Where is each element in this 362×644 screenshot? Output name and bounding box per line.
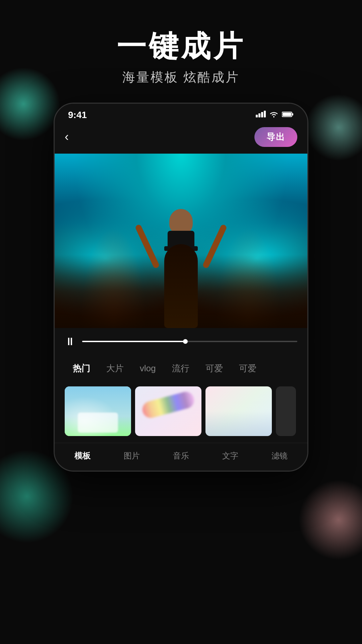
status-time: 9:41 bbox=[68, 110, 87, 120]
tab-hot[interactable]: 热门 bbox=[65, 360, 98, 377]
nav-text[interactable]: 文字 bbox=[216, 448, 245, 463]
back-button[interactable]: ‹ bbox=[65, 130, 69, 144]
video-area bbox=[55, 154, 307, 328]
tab-cute2[interactable]: 可爱 bbox=[231, 360, 264, 377]
tab-vlog[interactable]: vlog bbox=[132, 361, 164, 376]
nav-bar: ‹ 导出 bbox=[55, 124, 307, 154]
tab-popular[interactable]: 流行 bbox=[164, 360, 197, 377]
signal-icon bbox=[256, 111, 266, 119]
phone-wrapper: 9:41 bbox=[0, 103, 362, 472]
progress-fill bbox=[82, 341, 185, 342]
person-figure bbox=[151, 201, 211, 328]
pause-button[interactable]: ⏸ bbox=[65, 335, 75, 348]
thumbnails-row bbox=[55, 383, 307, 443]
person-head bbox=[169, 209, 193, 234]
thumb-1-overlay bbox=[78, 413, 118, 433]
template-thumb-1[interactable] bbox=[65, 386, 131, 436]
export-button[interactable]: 导出 bbox=[254, 127, 297, 147]
battery-icon bbox=[282, 111, 294, 119]
svg-rect-2 bbox=[261, 112, 263, 117]
bottom-nav: 模板 图片 音乐 文字 滤镜 bbox=[55, 443, 307, 471]
template-thumb-2[interactable] bbox=[135, 386, 201, 436]
nav-music[interactable]: 音乐 bbox=[166, 448, 196, 463]
promo-section: 一键成片 海量模板 炫酷成片 bbox=[0, 0, 362, 103]
svg-rect-3 bbox=[264, 111, 266, 117]
status-icons bbox=[256, 111, 294, 119]
tab-film[interactable]: 大片 bbox=[98, 360, 132, 377]
progress-thumb bbox=[183, 339, 188, 344]
bg-decoration-br bbox=[298, 480, 362, 560]
thumb-2-rainbow bbox=[140, 390, 196, 420]
promo-title: 一键成片 bbox=[0, 30, 362, 63]
promo-subtitle: 海量模板 炫酷成片 bbox=[0, 69, 362, 86]
nav-filter[interactable]: 滤镜 bbox=[265, 448, 294, 463]
person-body bbox=[164, 244, 198, 328]
status-bar: 9:41 bbox=[55, 104, 307, 124]
category-tabs: 热门 大片 vlog 流行 可爱 可爱 bbox=[55, 355, 307, 383]
template-thumb-3[interactable] bbox=[205, 386, 272, 436]
svg-rect-5 bbox=[292, 113, 293, 115]
phone-frame: 9:41 bbox=[54, 103, 308, 472]
svg-rect-1 bbox=[258, 113, 260, 117]
template-thumb-partial bbox=[276, 386, 296, 436]
tab-cute1[interactable]: 可爱 bbox=[197, 360, 231, 377]
playback-bar: ⏸ bbox=[55, 328, 307, 355]
thumb-3-horizon bbox=[205, 411, 272, 436]
svg-rect-6 bbox=[283, 113, 291, 116]
svg-rect-0 bbox=[256, 115, 258, 117]
nav-photo[interactable]: 图片 bbox=[117, 448, 146, 463]
wifi-icon bbox=[269, 111, 279, 119]
progress-track[interactable] bbox=[82, 341, 297, 342]
nav-template[interactable]: 模板 bbox=[68, 448, 97, 463]
